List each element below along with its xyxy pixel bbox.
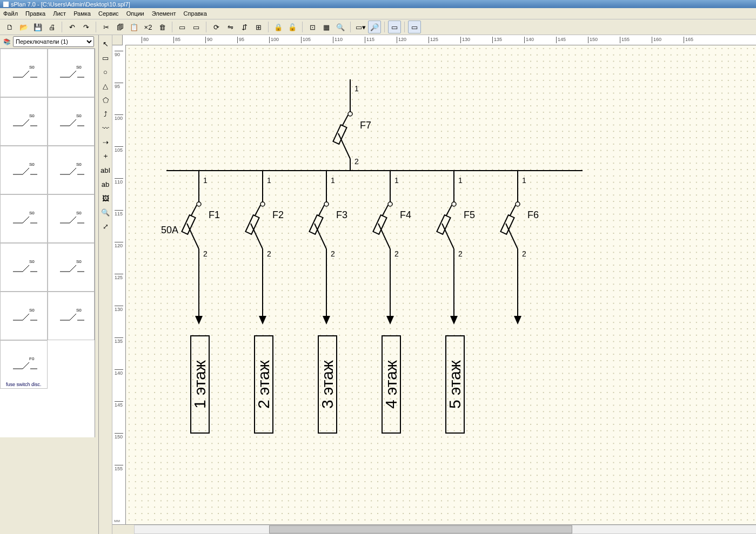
svg-rect-62 [182, 215, 195, 234]
palette-item-1[interactable]: S0 [48, 49, 95, 97]
svg-point-88 [452, 202, 456, 206]
flipv-button[interactable]: ⇵ [238, 21, 251, 33]
frame1-button[interactable]: ▭ [388, 21, 401, 33]
tool-5[interactable]: ⤴ [99, 107, 112, 120]
palette-item-9[interactable]: S0 [48, 243, 95, 292]
redo-button[interactable]: ↷ [79, 21, 92, 33]
svg-line-1 [23, 71, 29, 77]
tool-6[interactable]: 〰 [99, 121, 112, 134]
undo-button[interactable]: ↶ [65, 21, 78, 33]
svg-marker-65 [195, 316, 203, 325]
svg-rect-76 [309, 215, 323, 234]
palette-item-12[interactable]: F0fuse switch disc. [0, 340, 48, 389]
menu-Файл[interactable]: Файл [3, 10, 18, 17]
unlock-button[interactable]: 🔓 [286, 21, 299, 33]
save-button[interactable]: 💾 [31, 21, 44, 33]
svg-line-41 [23, 314, 29, 320]
open-button[interactable]: 📂 [17, 21, 30, 33]
drawing-sheet[interactable]: 12F712F150A12F212F312F412F512F61 этаж2 э… [126, 45, 756, 524]
frame2-button[interactable]: ▭ [408, 21, 421, 33]
rotate-button[interactable]: ⟳ [210, 21, 223, 33]
tool-10[interactable]: ab [99, 178, 112, 191]
palette-item-10[interactable]: S0 [0, 292, 48, 340]
palette-item-7[interactable]: S0 [48, 194, 95, 243]
palette-item-11[interactable]: S0 [48, 292, 95, 340]
front-button[interactable]: ▭ [176, 21, 189, 33]
label: 2 [203, 249, 208, 258]
svg-marker-79 [323, 316, 330, 325]
tool-0[interactable]: ↖ [99, 37, 112, 50]
svg-text:S0: S0 [29, 308, 35, 313]
print-button[interactable]: 🖨 [45, 21, 58, 33]
floor-box-5: 5 этаж [445, 335, 465, 434]
zoom-button[interactable]: 🔎 [368, 21, 381, 33]
label: 1 [458, 176, 463, 185]
palette-item-3[interactable]: S0 [48, 97, 95, 146]
tool-3[interactable]: △ [99, 79, 112, 92]
menu-Справка[interactable]: Справка [184, 10, 207, 17]
svg-text:S0: S0 [76, 113, 82, 118]
menu-bar: ФайлПравкаЛистРамкаСервисОпцииЭлементСпр… [0, 8, 756, 19]
svg-marker-93 [450, 316, 458, 325]
palette-item-0[interactable]: S0 [0, 49, 48, 97]
menu-Рамка[interactable]: Рамка [73, 10, 91, 17]
tool-1[interactable]: ▭ [99, 51, 112, 64]
tool-4[interactable]: ⬠ [99, 93, 112, 106]
horizontal-scrollbar[interactable] [112, 524, 756, 534]
delete-button[interactable]: 🗑 [156, 21, 169, 33]
svg-line-45 [70, 314, 76, 320]
svg-line-70 [251, 224, 263, 249]
back-button[interactable]: ▭ [190, 21, 203, 33]
grid-button[interactable]: ▦ [320, 21, 333, 33]
menu-Опции[interactable]: Опции [126, 10, 144, 17]
fliph-button[interactable]: ⇋ [224, 21, 237, 33]
canvas[interactable]: 12F712F150A12F212F312F412F512F61 этаж2 э… [126, 45, 756, 524]
tool-12[interactable]: 🔍 [99, 206, 112, 219]
svg-text:S0: S0 [76, 211, 82, 215]
copy-button[interactable]: 🗐 [113, 21, 126, 33]
svg-line-21 [70, 168, 76, 174]
svg-line-63 [187, 224, 199, 249]
tool-2[interactable]: ○ [99, 65, 112, 78]
cut-button[interactable]: ✂ [99, 21, 112, 33]
group-button[interactable]: ⊞ [252, 21, 265, 33]
library-dropdown[interactable]: Переключатели (1) [13, 36, 94, 47]
dup-button[interactable]: ×2 [142, 21, 155, 33]
label: 50A [161, 225, 178, 236]
tool-9[interactable]: abI [99, 164, 112, 177]
vertical-ruler: мм 9095100105110115120125130135140145150… [112, 45, 126, 524]
svg-point-53 [348, 112, 352, 116]
label: 2 [522, 249, 526, 258]
tool-8[interactable]: ＋ [99, 150, 112, 163]
paste-button[interactable]: 📋 [128, 21, 141, 33]
view-button[interactable]: ▭▾ [354, 21, 367, 33]
component-palette: S0S0S0S0S0S0S0S0S0S0S0S0F0fuse switch di… [0, 49, 95, 437]
label: 2 [458, 249, 463, 258]
svg-point-95 [516, 202, 520, 206]
palette-item-8[interactable]: S0 [0, 243, 48, 292]
palette-item-6[interactable]: S0 [0, 194, 48, 243]
menu-Лист[interactable]: Лист [53, 10, 66, 17]
menu-Элемент[interactable]: Элемент [152, 10, 176, 17]
floor-box-4: 4 этаж [382, 335, 401, 434]
svg-line-17 [23, 168, 29, 174]
palette-item-2[interactable]: S0 [0, 97, 48, 146]
tool-11[interactable]: 🖼 [99, 192, 112, 205]
svg-text:S0: S0 [29, 259, 35, 264]
new-button[interactable]: 🗋 [3, 21, 16, 33]
find-button[interactable]: 🔍 [334, 21, 347, 33]
drawing-tools: ↖▭○△⬠⤴〰⇢＋abIab🖼🔍⤢ [99, 35, 112, 534]
floor-box-3: 3 этаж [318, 335, 337, 434]
tool-7[interactable]: ⇢ [99, 136, 112, 148]
tool-13[interactable]: ⤢ [99, 220, 112, 233]
svg-text:S0: S0 [29, 65, 35, 70]
menu-Правка[interactable]: Правка [25, 10, 45, 17]
lock-button[interactable]: 🔒 [272, 21, 285, 33]
palette-item-4[interactable]: S0 [0, 146, 48, 194]
label: 1 [354, 84, 359, 93]
svg-text:S0: S0 [76, 162, 82, 167]
splitter[interactable] [95, 35, 99, 534]
menu-Сервис[interactable]: Сервис [98, 10, 119, 17]
snap-button[interactable]: ⊡ [306, 21, 319, 33]
palette-item-5[interactable]: S0 [48, 146, 95, 194]
